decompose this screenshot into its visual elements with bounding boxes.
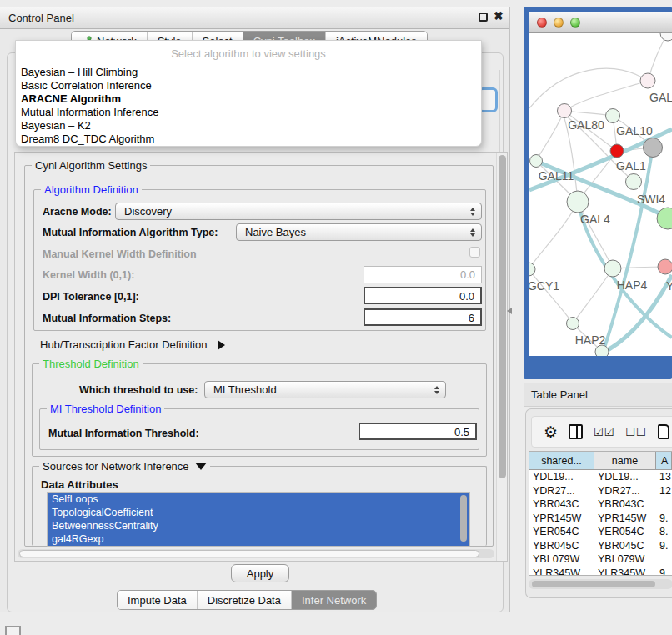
table-horizontal-scrollbar[interactable] — [529, 579, 672, 589]
table-row[interactable]: YLR345W YLR345W 9. — [529, 567, 672, 577]
gear-icon[interactable]: ⚙ — [544, 424, 558, 440]
select-all-checkboxes-icon[interactable]: ☑☑ — [594, 426, 614, 438]
column-header-name[interactable]: name — [594, 452, 656, 469]
node-gal80[interactable] — [558, 104, 572, 118]
cell: YDL19... — [594, 471, 656, 482]
stepper-arrows-icon — [470, 208, 475, 216]
tab-infer-network[interactable]: Infer Network — [291, 591, 376, 609]
list-item[interactable]: TopologicalCoefficient — [48, 506, 469, 519]
cell: 9. — [656, 540, 672, 552]
expander-collapsed-icon — [218, 340, 225, 350]
network-view-window: GAL GAL80 GAL10 GAL1 GAL11 SWI4 GAL4 GCY… — [524, 7, 672, 379]
table-row[interactable]: YDL19... YDL19... 13 — [529, 470, 672, 484]
node-label: GAL10 — [616, 124, 653, 138]
settings-vertical-scrollbar[interactable] — [496, 152, 507, 561]
node[interactable] — [660, 33, 672, 41]
sources-expander[interactable]: Sources for Network Inference — [39, 460, 210, 472]
table-row[interactable]: YPR145W YPR145W 9. — [529, 512, 672, 526]
mi-type-select[interactable]: Naive Bayes — [236, 223, 482, 241]
list-scrollbar-thumb[interactable] — [460, 495, 467, 542]
stepper-arrows-icon — [434, 386, 439, 394]
node-gal1-selected[interactable] — [610, 144, 624, 158]
tab-impute-data-label: Impute Data — [128, 594, 187, 607]
cell: 9. — [656, 568, 672, 576]
settings-vertical-scrollbar-thumb[interactable] — [499, 155, 506, 478]
aracne-mode-value: Discovery — [124, 205, 172, 218]
document-icon[interactable] — [658, 424, 669, 439]
cell: YBR043C — [529, 498, 594, 510]
node-gal10[interactable] — [606, 109, 620, 123]
tab-discretize-data-label: Discretize Data — [208, 594, 281, 607]
algorithm-definition-title: Algorithm Definition — [41, 183, 142, 196]
which-threshold-select[interactable]: MI Threshold — [204, 381, 446, 398]
dropdown-option[interactable]: Bayesian – K2 — [19, 119, 469, 132]
table-header-row: shared... name A — [529, 452, 672, 470]
algorithm-dropdown-placeholder[interactable]: Select algorithm to view settings — [16, 48, 481, 60]
cell: 13 — [656, 471, 672, 482]
cell: YER054C — [529, 526, 594, 538]
list-item[interactable]: BetweennessCentrality — [48, 519, 469, 532]
column-layout-icon[interactable] — [569, 424, 583, 439]
node-label: SWI4 — [637, 192, 665, 206]
cyni-bottom-tabstrip: Impute Data Discretize Data Infer Networ… — [117, 590, 377, 610]
tab-discretize-data[interactable]: Discretize Data — [197, 591, 291, 609]
dpi-tolerance-field[interactable]: 0.0 — [364, 287, 482, 304]
node[interactable] — [657, 208, 672, 229]
cyni-algorithm-settings-group: Cyni Algorithm Settings Algorithm Defini… — [24, 165, 494, 547]
table-horizontal-scrollbar-thumb[interactable] — [532, 581, 655, 588]
list-item[interactable]: SelfLoops — [48, 492, 469, 506]
table-row[interactable]: YER054C YER054C 8. — [529, 525, 672, 539]
deselect-all-checkboxes-icon[interactable]: ☐☐ — [625, 426, 646, 438]
minimize-traffic-light[interactable] — [554, 18, 564, 28]
dropdown-option[interactable]: Bayesian – Hill Climbing — [19, 66, 469, 79]
dropdown-option[interactable]: Dream8 DC_TDC Algorithm — [19, 132, 469, 146]
tab-impute-data[interactable]: Impute Data — [118, 591, 197, 609]
dropdown-option[interactable]: Mutual Information Inference — [19, 106, 469, 119]
apply-button[interactable]: Apply — [231, 564, 289, 582]
column-header-shared-name[interactable]: shared... — [529, 452, 594, 469]
float-window-icon[interactable] — [479, 12, 488, 22]
close-traffic-light[interactable] — [537, 18, 547, 28]
node-hap2[interactable] — [567, 318, 579, 330]
cell: YLR345W — [594, 568, 656, 576]
table-row[interactable]: YBR045C YBR045C 9. — [529, 539, 672, 553]
hub-factor-expander[interactable]: Hub/Transcription Factor Definition — [40, 337, 225, 352]
threshold-definition-title: Threshold Definition — [39, 358, 143, 370]
table-row[interactable]: YBL079W YBL079W — [529, 552, 672, 567]
cell: YDL19... — [529, 471, 594, 482]
dropdown-option[interactable]: Basic Correlation Inference — [19, 79, 469, 92]
panel-splitter-handle[interactable] — [507, 308, 512, 314]
mi-steps-field[interactable]: 6 — [364, 308, 482, 326]
node-label: GAL11 — [539, 169, 574, 182]
zoom-traffic-light[interactable] — [570, 18, 580, 28]
screen: Control Panel ✖ Network Style Se — [0, 0, 672, 635]
settings-horizontal-scrollbar-thumb[interactable] — [19, 550, 479, 558]
table-row[interactable]: YBR043C YBR043C — [529, 498, 672, 512]
node[interactable] — [640, 73, 655, 88]
column-header-third[interactable]: A — [656, 452, 672, 469]
node-gal11[interactable] — [530, 155, 543, 168]
cell: YBL079W — [594, 553, 656, 565]
table-row[interactable]: YDR27... YDR27... 12 — [529, 484, 672, 498]
node-swi4[interactable] — [626, 174, 642, 190]
node-gcy1[interactable] — [529, 262, 535, 276]
list-item[interactable]: gal4RGexp — [48, 532, 469, 546]
settings-horizontal-scrollbar[interactable] — [18, 549, 494, 558]
aracne-mode-select[interactable]: Discovery — [115, 202, 482, 220]
cell: YPR145W — [529, 512, 594, 524]
toolbar-button-fragment[interactable] — [5, 626, 21, 635]
close-icon[interactable]: ✖ — [494, 9, 504, 22]
table-toolbar: ⚙ ☑☑ ☐☐ — [531, 416, 672, 448]
kernel-width-field[interactable]: 0.0 — [364, 266, 482, 283]
dropdown-option-highlighted[interactable]: ARACNE Algorithm — [19, 92, 469, 106]
node[interactable] — [658, 259, 672, 274]
network-edges-teal — [529, 129, 672, 356]
node[interactable] — [644, 138, 663, 158]
node-hap4[interactable] — [604, 260, 621, 277]
node-label: HAP2 — [575, 333, 606, 347]
mi-threshold-field[interactable]: 0.5 — [359, 422, 477, 440]
table-panel-header: Table Panel — [524, 383, 672, 407]
sources-title: Sources for Network Inference — [43, 460, 189, 472]
node-gal4[interactable] — [567, 191, 589, 212]
manual-kernel-width-checkbox[interactable] — [469, 247, 480, 258]
